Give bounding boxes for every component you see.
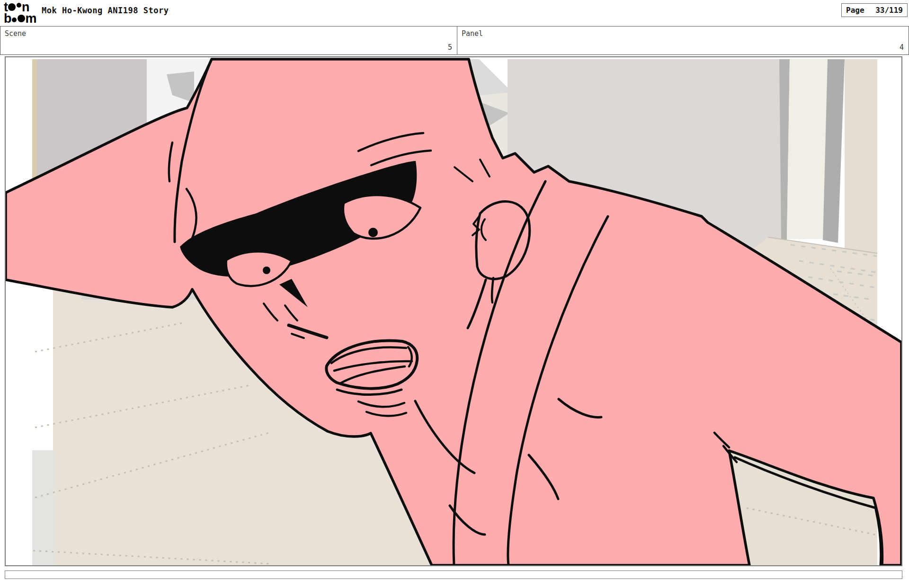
page-number-box: Page 33/119 bbox=[841, 3, 908, 17]
page-label: Page bbox=[846, 6, 864, 15]
logo-letter: m bbox=[26, 13, 36, 24]
panel-value: 4 bbox=[900, 43, 904, 52]
page-header: tn bm Mok Ho-Kwong ANI198 Story Page 33/… bbox=[0, 0, 909, 26]
logo-letter: b bbox=[4, 13, 11, 24]
logo-dot-icon bbox=[18, 15, 25, 22]
scene-label: Scene bbox=[5, 29, 26, 38]
toonboom-logo-line2: bm bbox=[4, 13, 41, 24]
document-title: Mok Ho-Kwong ANI198 Story bbox=[42, 6, 169, 15]
scene-field: Scene 5 bbox=[0, 27, 457, 54]
caption-box bbox=[5, 570, 902, 579]
logo-dot-icon bbox=[17, 3, 21, 8]
fields-row: Scene 5 Panel 4 bbox=[0, 26, 909, 55]
toonboom-logo: tn bm bbox=[4, 1, 41, 25]
logo-dot-icon bbox=[12, 18, 17, 22]
page-value: 33/119 bbox=[875, 6, 903, 15]
right-pupil bbox=[368, 228, 378, 237]
panel-field: Panel 4 bbox=[457, 27, 909, 54]
scene-value: 5 bbox=[448, 43, 452, 52]
panel-label: Panel bbox=[462, 29, 483, 38]
storyboard-drawing bbox=[6, 57, 901, 565]
left-pupil bbox=[263, 267, 270, 274]
logo-dot-icon bbox=[8, 3, 16, 11]
storyboard-panel bbox=[5, 56, 902, 566]
